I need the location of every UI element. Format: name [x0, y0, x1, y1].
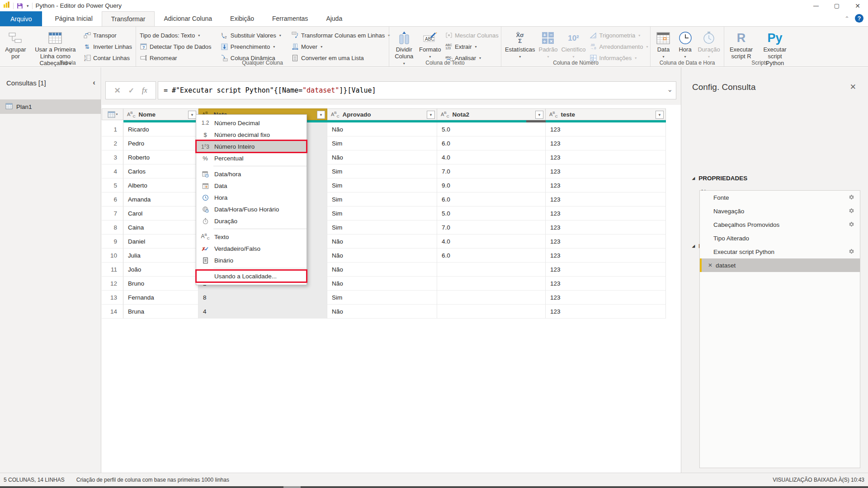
- menu-item-n-mero-decimal[interactable]: 1.2Número Decimal: [196, 117, 307, 129]
- cell-aprovado[interactable]: Sim: [327, 206, 437, 221]
- cell-nota[interactable]: 8: [198, 291, 327, 305]
- cell-nota2[interactable]: 6.0: [437, 249, 546, 263]
- cell-teste[interactable]: 123: [546, 305, 666, 319]
- cell-nota2[interactable]: [437, 277, 546, 291]
- cell-nome[interactable]: Daniel: [123, 235, 198, 249]
- table-corner-button[interactable]: ▾: [102, 108, 123, 120]
- cell-nome[interactable]: Roberto: [123, 150, 198, 164]
- filter-button[interactable]: ▼: [656, 111, 664, 119]
- cell-aprovado[interactable]: Não: [327, 249, 437, 263]
- cell-aprovado[interactable]: Sim: [327, 192, 437, 206]
- cell-aprovado[interactable]: Sim: [327, 136, 437, 150]
- tab-adicionar-coluna[interactable]: Adicionar Coluna: [155, 11, 221, 26]
- applied-step-fonte[interactable]: Fonte: [700, 191, 860, 204]
- row-number[interactable]: 1: [102, 122, 123, 136]
- applied-step-cabe-alhos-promovidos[interactable]: Cabeçalhos Promovidos: [700, 218, 860, 231]
- cell-nome[interactable]: Ricardo: [123, 122, 198, 136]
- duracao-button[interactable]: Duração ▾: [698, 29, 720, 60]
- cell-teste[interactable]: 123: [546, 150, 666, 164]
- inverter-linhas-button[interactable]: ⇅ Inverter Linhas: [83, 42, 132, 52]
- column-header-aprovado[interactable]: ABCAprovado▼: [327, 108, 437, 120]
- applied-step-navega-o[interactable]: Navegação: [700, 204, 860, 218]
- cell-teste[interactable]: 123: [546, 122, 666, 136]
- cell-aprovado[interactable]: Não: [327, 235, 437, 249]
- minimize-button[interactable]: —: [806, 0, 826, 11]
- cientifico-button[interactable]: 10² Científico ▾: [561, 29, 585, 60]
- cell-nota2[interactable]: 9.0: [437, 178, 546, 192]
- menu-item-data-hora[interactable]: Data/hora: [196, 168, 307, 180]
- row-number[interactable]: 9: [102, 235, 123, 249]
- gear-icon[interactable]: [849, 194, 854, 202]
- cell-teste[interactable]: 123: [546, 192, 666, 206]
- cell-nome[interactable]: João: [123, 263, 198, 277]
- formula-cancel-icon[interactable]: ✕: [114, 86, 120, 95]
- status-profiling[interactable]: Criação de perfil de coluna com base nas…: [76, 477, 229, 483]
- cell-nome[interactable]: Bruno: [123, 277, 198, 291]
- tab-ferramentas[interactable]: Ferramentas: [263, 11, 317, 26]
- column-header-nome[interactable]: ABCNome▼: [123, 108, 198, 120]
- agrupar-por-button[interactable]: Agrupar por: [4, 29, 28, 60]
- menu-item-dura-o[interactable]: Duração: [196, 215, 307, 227]
- maximize-button[interactable]: ▢: [826, 0, 847, 11]
- cell-nota2[interactable]: 4.0: [437, 235, 546, 249]
- properties-section-header[interactable]: ◢ PROPRIEDADES: [692, 175, 747, 182]
- data-button[interactable]: Data ▾: [654, 29, 673, 60]
- preenchimento-button[interactable]: Preenchimento▾: [221, 42, 288, 52]
- menu-item-data-hora-fuso-hor-rio[interactable]: Data/Hora/Fuso Horário: [196, 203, 307, 215]
- cell-teste[interactable]: 123: [546, 277, 666, 291]
- collapse-queries-icon[interactable]: ‹: [93, 78, 95, 87]
- transpor-button[interactable]: Transpor: [83, 30, 132, 40]
- query-item-plan1[interactable]: Plan1: [0, 99, 101, 114]
- cell-nota2[interactable]: [437, 291, 546, 305]
- cell-teste[interactable]: 123: [546, 291, 666, 305]
- substituir-valores-button[interactable]: 12 Substituir Valores▾: [221, 30, 288, 40]
- collapse-ribbon-icon[interactable]: ⌃: [844, 16, 849, 21]
- cell-nota2[interactable]: 7.0: [437, 221, 546, 235]
- detectar-tipo-button[interactable]: ? Detectar Tipo de Dados: [140, 42, 217, 52]
- menu-item-n-mero-decimal-fixo[interactable]: $Número decimal fixo: [196, 129, 307, 141]
- filter-button[interactable]: ▼: [317, 111, 325, 119]
- cell-nome[interactable]: Fernanda: [123, 291, 198, 305]
- mesclar-colunas-button[interactable]: Mesclar Colunas: [445, 30, 497, 40]
- cell-teste[interactable]: 123: [546, 235, 666, 249]
- cell-nota2[interactable]: 6.0: [437, 136, 546, 150]
- cell-nota2[interactable]: 5.0: [437, 206, 546, 221]
- gear-icon[interactable]: [849, 208, 854, 215]
- cell-nota2[interactable]: 7.0: [437, 164, 546, 178]
- gear-icon[interactable]: [849, 221, 854, 229]
- formula-commit-icon[interactable]: ✓: [128, 86, 134, 95]
- cell-nota2[interactable]: [437, 263, 546, 277]
- trigonometria-button[interactable]: Trigonometria▾: [590, 30, 647, 40]
- row-number[interactable]: 8: [102, 221, 123, 235]
- row-number[interactable]: 10: [102, 249, 123, 263]
- cell-aprovado[interactable]: Sim: [327, 221, 437, 235]
- menu-item-bin-rio[interactable]: Binário: [196, 254, 307, 266]
- cell-teste[interactable]: 123: [546, 249, 666, 263]
- cell-nome[interactable]: Caina: [123, 221, 198, 235]
- tab-exibicao[interactable]: Exibição: [221, 11, 263, 26]
- formula-expand-icon[interactable]: ⌄: [667, 85, 673, 94]
- transformar-colunas-button[interactable]: Transformar Colunas em Linhas▾: [291, 30, 385, 40]
- cell-aprovado[interactable]: Não: [327, 305, 437, 319]
- cell-aprovado[interactable]: Sim: [327, 291, 437, 305]
- tab-transformar[interactable]: Transformar: [102, 11, 155, 26]
- cell-nota2[interactable]: 5.0: [437, 122, 546, 136]
- tipo-de-dados-button[interactable]: Tipo de Dados: Texto▾: [140, 30, 217, 40]
- row-number[interactable]: 6: [102, 192, 123, 206]
- formato-button[interactable]: ABC Formato ▾: [419, 29, 442, 60]
- menu-item-verdadeiro-falso[interactable]: ✗✓Verdadeiro/Falso: [196, 243, 307, 254]
- cell-nome[interactable]: Carol: [123, 206, 198, 221]
- hora-button[interactable]: Hora ▾: [676, 29, 694, 60]
- menu-item-usando-a-localidade-[interactable]: Usando a Localidade...: [196, 270, 307, 282]
- cell-teste[interactable]: 123: [546, 263, 666, 277]
- delete-step-icon[interactable]: ✕: [708, 262, 712, 268]
- cell-nome[interactable]: Pedro: [123, 136, 198, 150]
- cell-teste[interactable]: 123: [546, 164, 666, 178]
- quick-access-dropdown-icon[interactable]: ▾: [27, 4, 29, 8]
- cell-nome[interactable]: Bruna: [123, 305, 198, 319]
- cell-aprovado[interactable]: Sim: [327, 178, 437, 192]
- cell-nome[interactable]: Amanda: [123, 192, 198, 206]
- formula-fx-icon[interactable]: fx: [142, 86, 147, 94]
- executar-script-r-button[interactable]: R Executar script R: [728, 29, 755, 60]
- help-icon[interactable]: ?: [855, 14, 863, 23]
